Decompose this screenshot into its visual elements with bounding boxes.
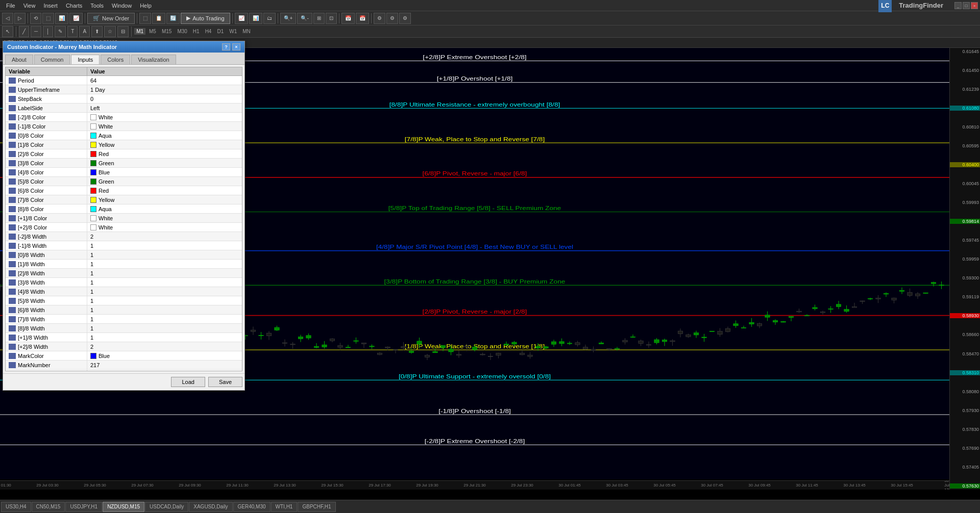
- bottom-tab-xagusd-daily[interactable]: XAGUSD,Daily: [189, 502, 232, 512]
- menu-file[interactable]: File: [2, 2, 19, 10]
- toolbar-btn-chart2[interactable]: 📊: [249, 13, 262, 24]
- table-row[interactable]: [2]/8 Width1: [6, 269, 242, 278]
- table-row[interactable]: [5]/8 Width1: [6, 296, 242, 305]
- table-row[interactable]: LabelSideLeft: [6, 104, 242, 113]
- toolbar-btn-chart1[interactable]: 📈: [235, 13, 248, 24]
- table-row[interactable]: [6]/8 ColorRed: [6, 186, 242, 195]
- table-row[interactable]: [4]/8 Width1: [6, 287, 242, 296]
- dialog-title-bar[interactable]: Custom Indicator - Murrey Math Indicator…: [3, 41, 244, 53]
- draw-label[interactable]: A: [79, 26, 90, 37]
- draw-hline[interactable]: ─: [31, 26, 41, 37]
- tf-d1[interactable]: D1: [215, 28, 226, 35]
- tab-about[interactable]: About: [5, 55, 33, 64]
- toolbar-btn-9[interactable]: 🔄: [166, 13, 180, 24]
- toolbar-btn-period2[interactable]: 📅: [356, 13, 369, 24]
- table-row[interactable]: [4]/8 ColorBlue: [6, 168, 242, 177]
- table-row[interactable]: [+1]/8 ColorWhite: [6, 214, 242, 223]
- table-row[interactable]: [1]/8 Width1: [6, 260, 242, 269]
- draw-vline[interactable]: │: [43, 26, 53, 37]
- table-row[interactable]: [-2]/8 Width2: [6, 232, 242, 241]
- table-row[interactable]: Period64: [6, 76, 242, 85]
- table-row[interactable]: [1]/8 ColorYellow: [6, 140, 242, 149]
- auto-trading-button[interactable]: ▶ Auto Trading: [181, 13, 230, 24]
- table-row[interactable]: [7]/8 ColorYellow: [6, 195, 242, 204]
- toolbar-btn-5[interactable]: 📊: [55, 13, 68, 24]
- draw-fib[interactable]: ⊟: [117, 26, 129, 37]
- save-button[interactable]: Save: [208, 377, 242, 387]
- toolbar-btn-8[interactable]: 📋: [152, 13, 165, 24]
- table-row[interactable]: [2]/8 ColorRed: [6, 149, 242, 159]
- table-row[interactable]: [6]/8 Width1: [6, 305, 242, 315]
- toolbar-btn-tools2[interactable]: ⚙: [386, 13, 398, 24]
- tab-inputs[interactable]: Inputs: [71, 55, 100, 64]
- table-row[interactable]: [+2]/8 ColorWhite: [6, 223, 242, 232]
- toolbar-btn-6[interactable]: 📈: [69, 13, 83, 24]
- menu-insert[interactable]: Insert: [39, 2, 62, 10]
- toolbar-btn-chart3[interactable]: 🗂: [263, 13, 276, 24]
- toolbar-btn-zoom-in[interactable]: 🔍+: [280, 13, 297, 24]
- bottom-tab-cn50-m15[interactable]: CN50,M15: [32, 502, 65, 512]
- menu-window[interactable]: Window: [108, 2, 136, 10]
- table-row[interactable]: [0]/8 ColorAqua: [6, 131, 242, 140]
- menu-charts[interactable]: Charts: [62, 2, 86, 10]
- table-row[interactable]: FontFaceVerdana: [6, 370, 242, 371]
- draw-cursor[interactable]: ↖: [2, 26, 13, 37]
- bottom-tab-wti-h1[interactable]: WTI,H1: [271, 502, 298, 512]
- bottom-tab-ger40-m30[interactable]: GER40,M30: [233, 502, 271, 512]
- tab-visualization[interactable]: Visualization: [131, 55, 176, 64]
- table-row[interactable]: MarkNumber217: [6, 361, 242, 370]
- tab-colors[interactable]: Colors: [101, 55, 130, 64]
- draw-symbol[interactable]: ☆: [104, 26, 116, 37]
- bottom-tab-usdcad-daily[interactable]: USDCAD,Daily: [145, 502, 188, 512]
- table-row[interactable]: [8]/8 Width1: [6, 324, 242, 333]
- table-row[interactable]: [-1]/8 ColorWhite: [6, 122, 242, 131]
- toolbar-btn-3[interactable]: ⟲: [30, 13, 41, 24]
- table-row[interactable]: [-2]/8 ColorWhite: [6, 113, 242, 122]
- table-row[interactable]: [0]/8 Width1: [6, 250, 242, 260]
- table-row[interactable]: [3]/8 Width1: [6, 278, 242, 287]
- maximize-button[interactable]: □: [963, 2, 970, 9]
- toolbar-btn-tools1[interactable]: ⚙: [374, 13, 385, 24]
- table-row[interactable]: [-1]/8 Width1: [6, 241, 242, 250]
- table-row[interactable]: StepBack0: [6, 94, 242, 104]
- draw-pen[interactable]: ✎: [55, 26, 66, 37]
- tf-m5[interactable]: M5: [147, 28, 158, 35]
- tf-w1[interactable]: W1: [227, 28, 239, 35]
- toolbar-btn-fit[interactable]: ⊞: [313, 13, 325, 24]
- load-button[interactable]: Load: [171, 377, 205, 387]
- tf-m30[interactable]: M30: [175, 28, 189, 35]
- tf-m15[interactable]: M15: [160, 28, 174, 35]
- tf-mn[interactable]: MN: [240, 28, 253, 35]
- toolbar-btn-zoom-box[interactable]: ⊡: [326, 13, 337, 24]
- tf-h4[interactable]: H4: [203, 28, 214, 35]
- menu-view[interactable]: View: [19, 2, 40, 10]
- table-row[interactable]: [8]/8 ColorAqua: [6, 204, 242, 214]
- toolbar-btn-4[interactable]: ⬚: [42, 13, 54, 24]
- toolbar-btn-zoom-out[interactable]: 🔍-: [297, 13, 312, 24]
- bottom-tab-usdjpy-h1[interactable]: USDJPY,H1: [65, 502, 102, 512]
- dialog-help-button[interactable]: ?: [222, 43, 230, 50]
- table-row[interactable]: MarkColorBlue: [6, 351, 242, 361]
- toolbar-btn-1[interactable]: ◁: [2, 13, 13, 24]
- bottom-tab-gbpchf-h1[interactable]: GBPCHF,H1: [298, 502, 335, 512]
- close-button[interactable]: ×: [971, 2, 978, 9]
- tab-common[interactable]: Common: [34, 55, 70, 64]
- draw-line[interactable]: ╱: [19, 26, 29, 37]
- toolbar-btn-2[interactable]: ▷: [14, 13, 26, 24]
- draw-arrow[interactable]: ⬆: [91, 26, 103, 37]
- minimize-button[interactable]: _: [954, 2, 962, 9]
- table-row[interactable]: [3]/8 ColorGreen: [6, 159, 242, 168]
- bottom-tab-nzdusd-m15[interactable]: NZDUSD,M15: [103, 502, 144, 512]
- dialog-close-button[interactable]: ×: [232, 43, 240, 50]
- menu-help[interactable]: Help: [136, 2, 156, 10]
- tf-h1[interactable]: H1: [191, 28, 202, 35]
- table-row[interactable]: UpperTimeframe1 Day: [6, 85, 242, 94]
- table-row[interactable]: [+1]/8 Width1: [6, 333, 242, 342]
- toolbar-btn-tools3[interactable]: ⚙: [399, 13, 411, 24]
- table-row[interactable]: [+2]/8 Width2: [6, 342, 242, 351]
- table-row[interactable]: [7]/8 Width1: [6, 315, 242, 324]
- new-order-button[interactable]: 🛒 New Order: [87, 13, 135, 24]
- table-row[interactable]: [5]/8 ColorGreen: [6, 177, 242, 186]
- draw-text[interactable]: T: [67, 26, 78, 37]
- menu-tools[interactable]: Tools: [86, 2, 108, 10]
